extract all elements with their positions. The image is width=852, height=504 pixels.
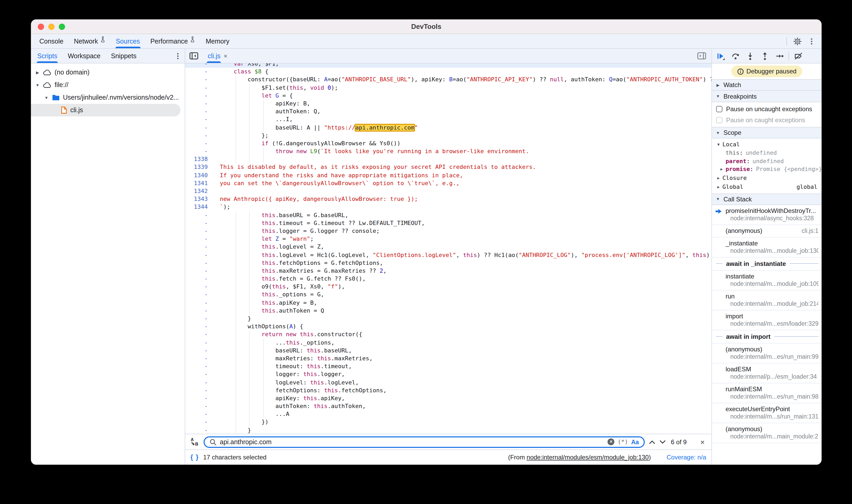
navigator-more-icon[interactable]	[174, 52, 185, 59]
line-number[interactable]: -	[185, 323, 215, 330]
breakpoint-toggle-row[interactable]: Pause on uncaught exceptions	[712, 103, 821, 114]
step-over-icon[interactable]	[728, 50, 742, 61]
more-options-icon[interactable]	[808, 37, 815, 45]
line-number[interactable]: -	[185, 108, 215, 115]
line-number[interactable]: -	[185, 147, 215, 155]
code-line[interactable]: 1344`);	[185, 203, 711, 211]
call-stack-frame[interactable]: runnode:internal/m...module_job:214	[712, 290, 821, 310]
line-number[interactable]: 1343	[185, 195, 215, 203]
line-number[interactable]: -	[185, 267, 215, 275]
code-line[interactable]: - timeout: this.timeout,	[185, 362, 711, 370]
line-number[interactable]: -	[185, 116, 215, 124]
tab-console[interactable]: Console	[34, 34, 69, 48]
line-number[interactable]: -	[185, 64, 215, 68]
deactivate-breakpoints-icon[interactable]	[791, 50, 805, 61]
match-case-toggle[interactable]: Aa	[631, 439, 639, 445]
line-number[interactable]: -	[185, 347, 215, 355]
line-number[interactable]: -	[185, 227, 215, 235]
tree-item--no-domain-[interactable]: ▶(no domain)	[31, 66, 185, 79]
line-number[interactable]: -	[185, 76, 215, 84]
code-line[interactable]: - fetchOptions: this.fetchOptions,	[185, 386, 711, 394]
scope-property-parent[interactable]: parent:undefined	[712, 157, 821, 165]
code-line[interactable]: - return new this.constructor({	[185, 331, 711, 339]
line-number[interactable]: -	[185, 84, 215, 91]
code-line[interactable]: 1343new Anthropic({ apiKey, dangerouslyA…	[185, 195, 711, 203]
search-field[interactable]: × (*) Aa	[203, 436, 645, 448]
line-number[interactable]: -	[185, 140, 215, 147]
step-out-icon[interactable]	[758, 50, 772, 61]
tab-sources[interactable]: Sources	[110, 34, 145, 48]
line-number[interactable]: -	[185, 219, 215, 227]
caret-down-icon[interactable]: ▼	[44, 95, 49, 100]
line-number[interactable]: -	[185, 355, 215, 362]
step-icon[interactable]	[772, 50, 786, 61]
code-line[interactable]: - this.logLevel = Z,	[185, 243, 711, 251]
line-number[interactable]: -	[185, 386, 215, 394]
regex-toggle[interactable]: (*)	[618, 438, 628, 445]
line-number[interactable]: -	[185, 211, 215, 219]
call-stack-frame[interactable]: (anonymous)cli.js:1	[712, 225, 821, 237]
resume-icon[interactable]	[713, 50, 728, 61]
code-line[interactable]: - let G = {	[185, 92, 711, 100]
caret-down-icon[interactable]: ▼	[716, 142, 721, 147]
code-line[interactable]: - this.logger = G.logger ?? console;	[185, 227, 711, 235]
line-number[interactable]: -	[185, 131, 215, 139]
scope-property-this[interactable]: this:undefined	[712, 149, 821, 157]
step-into-icon[interactable]	[743, 50, 757, 61]
line-number[interactable]: -	[185, 299, 215, 307]
line-number[interactable]: 1341	[185, 179, 215, 187]
code-line[interactable]: 1338	[185, 156, 711, 163]
line-number[interactable]: 1344	[185, 203, 215, 211]
call-stack-frame[interactable]: instantiatenode:internal/m...module_job:…	[712, 270, 821, 290]
close-tab-icon[interactable]: ×	[224, 52, 227, 59]
call-stack-frame[interactable]: promiseInitHookWithDestroyTr...node:inte…	[712, 205, 821, 225]
code-line[interactable]: - maxRetries: this.maxRetries,	[185, 355, 711, 362]
caret-right-icon[interactable]: ▶	[716, 184, 721, 189]
code-line[interactable]: 1341you can set the \`dangerouslyAllowBr…	[185, 179, 711, 187]
line-number[interactable]: -	[185, 124, 215, 131]
line-number[interactable]: -	[185, 362, 215, 370]
caret-down-icon[interactable]: ▼	[35, 83, 40, 87]
scope-section-closure[interactable]: ▶Closure	[712, 173, 821, 182]
code-line[interactable]: - apiKey: B,	[185, 100, 711, 108]
code-line[interactable]: 1340If you understand the risks and have…	[185, 171, 711, 179]
code-line[interactable]: - ...I,	[185, 116, 711, 124]
code-line[interactable]: - this.fetch = G.fetch ?? Fs0(),	[185, 275, 711, 283]
code-line[interactable]: - ...A	[185, 410, 711, 418]
code-line[interactable]: - this.apiKey = B,	[185, 299, 711, 307]
navigator-tab-workspace[interactable]: Workspace	[63, 49, 106, 63]
code-line[interactable]: - baseURL: this.baseURL,	[185, 347, 711, 355]
line-number[interactable]: -	[185, 259, 215, 267]
line-number[interactable]: -	[185, 275, 215, 283]
call-stack-frame[interactable]: _instantiatenode:internal/m...module_job…	[712, 237, 821, 257]
toggle-debugger-panel-icon[interactable]	[693, 52, 711, 60]
line-number[interactable]: -	[185, 235, 215, 243]
code-line[interactable]: - };	[185, 131, 711, 139]
line-number[interactable]: 1342	[185, 187, 215, 195]
call-stack-frame[interactable]: importnode:internal/m...esm/loader:329	[712, 310, 821, 330]
code-line[interactable]: 1342	[185, 187, 711, 195]
replace-toggle-icon[interactable]: A B	[190, 437, 199, 446]
editor-tab-clijs[interactable]: cli.js ×	[202, 49, 233, 63]
line-number[interactable]: -	[185, 339, 215, 346]
line-number[interactable]: -	[185, 251, 215, 259]
search-input[interactable]	[220, 438, 604, 446]
code-line[interactable]: - this.logLevel = Hc1(G.logLevel, "Clien…	[185, 251, 711, 259]
code-line[interactable]: - baseURL: A || "https://api.anthropic.c…	[185, 124, 711, 131]
close-search-icon[interactable]: ×	[700, 438, 705, 446]
tree-item-cli-js[interactable]: cli.js	[31, 104, 180, 116]
previous-match-icon[interactable]	[649, 440, 655, 444]
line-number[interactable]: -	[185, 402, 215, 410]
call-stack-frame[interactable]: loadESMnode:internal/p.../esm_loader:34	[712, 363, 821, 383]
line-number[interactable]: 1338	[185, 156, 215, 163]
line-number[interactable]: -	[185, 331, 215, 339]
code-line[interactable]: - throw new L9(`It looks like you're run…	[185, 147, 711, 155]
line-number[interactable]: -	[185, 315, 215, 323]
toggle-navigator-panel-icon[interactable]	[185, 52, 202, 60]
code-line[interactable]: - })	[185, 418, 711, 426]
scope-section-header[interactable]: ▼ Scope	[712, 127, 821, 139]
caret-right-icon[interactable]: ▶	[716, 176, 721, 180]
code-line[interactable]: - this._options = G,	[185, 291, 711, 299]
line-number[interactable]: -	[185, 378, 215, 386]
code-line[interactable]: - logger: this.logger,	[185, 371, 711, 378]
